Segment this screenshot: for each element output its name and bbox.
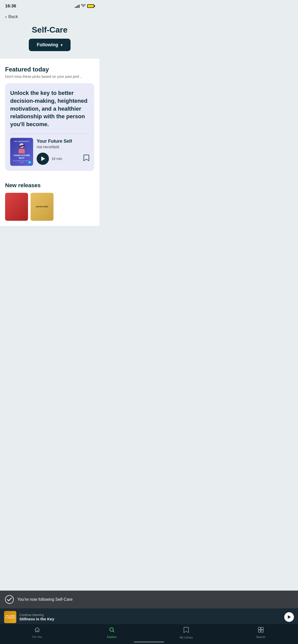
play-icon — [41, 156, 45, 161]
book-details: Your Future Self Hal Hershfield 18 min — [37, 139, 89, 165]
book-title: Your Future Self — [37, 139, 89, 144]
chevron-down-icon: ▾ — [61, 43, 62, 47]
next-section-peek: New releases AKASH KARIA — [0, 176, 99, 226]
play-row: 18 min — [37, 153, 62, 165]
next-section-title: New releases — [5, 182, 94, 189]
bookmark-button[interactable] — [84, 154, 89, 163]
play-button[interactable] — [37, 153, 49, 165]
cover-title-text: YOUR FUTURE SELF — [12, 154, 31, 160]
book-divider — [10, 134, 89, 134]
battery-icon — [87, 4, 94, 8]
header-section: Self-Care Following ▾ — [0, 23, 99, 59]
status-time: 16:36 — [5, 4, 16, 9]
book-author: Hal Hershfield — [37, 145, 89, 149]
wifi-icon — [81, 4, 86, 8]
book-cover: HAL HERSHFIELD YOUR FUTURE SELF How to M… — [10, 138, 33, 166]
status-bar: 16:36 — [0, 0, 99, 11]
back-arrow-icon: ‹ — [5, 14, 7, 20]
featured-section: Featured today Don't miss these picks ba… — [0, 59, 99, 176]
duration-label: 18 min — [51, 157, 62, 161]
featured-subtitle: Don't miss these picks based on your pas… — [5, 75, 94, 79]
main-content: Featured today Don't miss these picks ba… — [0, 59, 99, 226]
following-label: Following — [37, 42, 58, 48]
book-info-row: HAL HERSHFIELD YOUR FUTURE SELF How to M… — [10, 138, 89, 166]
featured-book-card: Unlock the key to better decision-making… — [5, 83, 94, 171]
back-label: Back — [8, 14, 18, 19]
page-title: Self-Care — [32, 25, 68, 35]
signal-icon — [75, 4, 79, 8]
book-actions: 18 min — [37, 153, 89, 165]
featured-title: Featured today — [5, 66, 94, 73]
following-button[interactable]: Following ▾ — [29, 39, 71, 51]
status-icons — [75, 4, 94, 8]
cover-author-text: HAL HERSHFIELD — [14, 141, 29, 142]
svg-point-1 — [29, 162, 30, 163]
book-quote: Unlock the key to better decision-making… — [10, 89, 89, 128]
cover-badge — [28, 160, 32, 164]
back-button[interactable]: ‹ Back — [0, 11, 23, 23]
